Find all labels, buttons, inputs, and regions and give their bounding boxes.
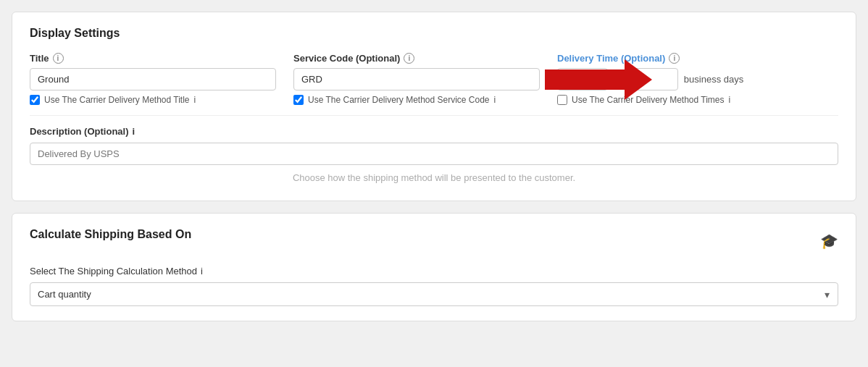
calculate-shipping-card: Calculate Shipping Based On 🎓 Select The… [12,213,856,321]
service-code-info-icon[interactable]: i [404,53,414,64]
delivery-time-label: Delivery Time (Optional) i [557,53,838,64]
delivery-time-to-input[interactable] [627,68,678,90]
checkbox-times-row: Use The Carrier Delivery Method Times i [557,95,838,105]
calculate-shipping-title: Calculate Shipping Based On [30,228,191,241]
delivery-time-inputs-row: to business days [557,68,838,90]
card-header-row: Calculate Shipping Based On 🎓 [30,228,838,254]
calc-method-select-wrapper: Cart quantity Cart weight Cart price Ite… [30,282,838,306]
checkbox-times[interactable] [557,95,567,105]
service-code-input-wrapper [293,68,540,90]
checkbox-service-code-label: Use The Carrier Delivery Method Service … [308,95,490,105]
delivery-time-from-input[interactable] [557,68,608,90]
service-code-field-group: Service Code (Optional) i Use The Carrie… [293,53,540,105]
display-settings-card: Display Settings Title i Use The Carrier… [12,12,856,201]
title-field-group: Title i Use The Carrier Delivery Method … [30,53,276,105]
checkbox-title-row: Use The Carrier Delivery Method Title i [30,95,276,105]
business-days-label: business days [684,74,743,85]
display-settings-footer: Choose how the shipping method will be p… [30,165,838,186]
service-code-label: Service Code (Optional) i [293,53,540,64]
description-info-icon[interactable]: i [133,126,135,137]
checkbox-times-label: Use The Carrier Delivery Method Times [572,95,725,105]
checkbox-title-label: Use The Carrier Delivery Method Title [44,95,190,105]
title-label: Title i [30,53,276,64]
checkbox-service-code-info-icon[interactable]: i [494,95,496,105]
checkbox-title[interactable] [30,95,40,105]
checkbox-times-info-icon[interactable]: i [729,95,731,105]
title-info-icon[interactable]: i [53,53,64,64]
select-calc-method-label: Select The Shipping Calculation Method i [30,266,838,277]
calc-method-select[interactable]: Cart quantity Cart weight Cart price Ite… [30,282,838,306]
to-label: to [614,74,622,85]
service-code-input[interactable] [293,68,540,90]
title-input[interactable] [30,68,276,90]
delivery-time-info-icon[interactable]: i [669,53,680,64]
checkbox-title-info-icon[interactable]: i [194,95,196,105]
calc-method-info-icon[interactable]: i [201,266,203,277]
fields-row-top: Title i Use The Carrier Delivery Method … [30,53,838,105]
description-label: Description (Optional) i [30,126,838,137]
description-input[interactable] [30,143,838,165]
delivery-time-field-group: Delivery Time (Optional) i to business d… [557,53,838,105]
display-settings-title: Display Settings [30,27,838,40]
checkbox-service-code-row: Use The Carrier Delivery Method Service … [293,95,540,105]
divider [30,115,838,116]
graduation-cap-icon: 🎓 [820,232,838,250]
checkbox-service-code[interactable] [293,95,304,105]
description-section: Description (Optional) i [30,126,838,165]
